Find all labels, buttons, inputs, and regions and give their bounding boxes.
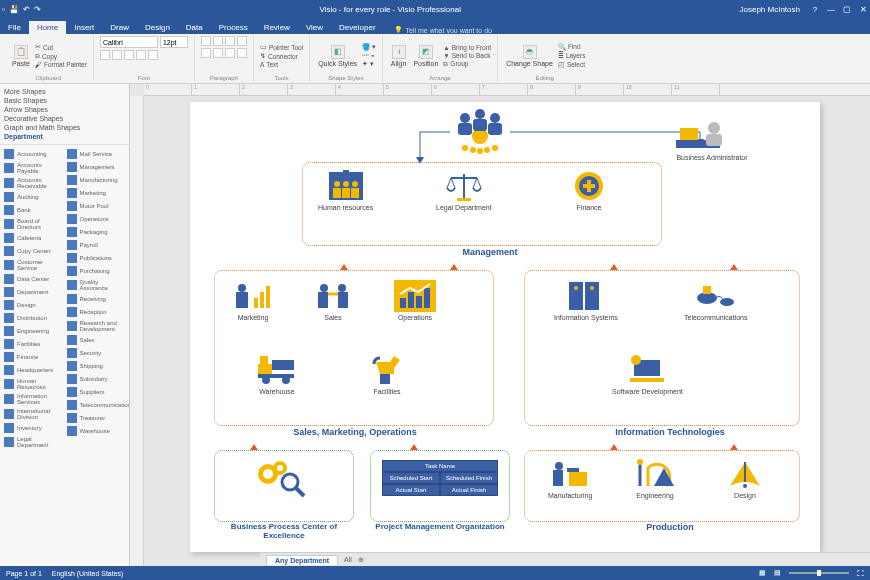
shape-item[interactable]: Department <box>4 285 63 298</box>
shape-item[interactable]: Motor Pool <box>67 199 126 212</box>
shape-item[interactable]: Customer Service <box>4 257 63 272</box>
align-left-button[interactable] <box>201 36 211 46</box>
send-back-button[interactable]: ▼ Send to Back <box>443 52 491 59</box>
text-tool-button[interactable]: A Text <box>260 61 303 68</box>
shape-item[interactable]: Operations <box>67 212 126 225</box>
select-button[interactable]: ◰ Select <box>558 61 586 69</box>
shape-item[interactable]: International Division <box>4 406 63 421</box>
shape-item[interactable]: Suppliers <box>67 385 126 398</box>
tab-design[interactable]: Design <box>137 21 178 34</box>
tab-review[interactable]: Review <box>256 21 298 34</box>
sheet-all[interactable]: All <box>344 556 352 563</box>
quick-styles-button[interactable]: ◧Quick Styles <box>316 44 359 68</box>
align-mid-button[interactable] <box>213 48 223 58</box>
indent-button[interactable] <box>237 48 247 58</box>
view-presentation-icon[interactable]: ▦ <box>759 569 766 577</box>
canvas[interactable]: 01234567891011 <box>130 84 870 566</box>
position-button[interactable]: ◩Position <box>411 44 440 68</box>
shape-item[interactable]: Data Center <box>4 272 63 285</box>
shape-item[interactable]: Design <box>4 298 63 311</box>
paste-button[interactable]: 📋Paste <box>10 44 32 68</box>
shape-item[interactable]: Payroll <box>67 238 126 251</box>
shape-item[interactable]: Copy Center <box>4 244 63 257</box>
align-bottom-button[interactable] <box>225 48 235 58</box>
shape-item[interactable]: Sales <box>67 333 126 346</box>
user-name[interactable]: Joseph McIntosh <box>740 5 800 14</box>
shape-item[interactable]: Legal Department <box>4 434 63 449</box>
shape-item[interactable]: Information Services <box>4 391 63 406</box>
shape-item[interactable]: Purchasing <box>67 264 126 277</box>
add-sheet-button[interactable]: ⊕ <box>358 556 364 564</box>
drawing-page[interactable]: Business Administrator Human resources L… <box>190 102 820 552</box>
save-icon[interactable]: 💾 <box>9 5 19 14</box>
shape-item[interactable]: Security <box>67 346 126 359</box>
shape-item[interactable]: Facilities <box>4 337 63 350</box>
tab-home[interactable]: Home <box>29 21 66 34</box>
zoom-slider[interactable] <box>789 572 849 574</box>
cat-more-shapes[interactable]: More Shapes <box>4 87 125 96</box>
shape-item[interactable]: Accounts Receivable <box>4 175 63 190</box>
strike-button[interactable] <box>136 50 146 60</box>
cat-decorative-shapes[interactable]: Decorative Shapes <box>4 114 125 123</box>
shape-item[interactable]: Accounting <box>4 147 63 160</box>
shape-item[interactable]: Shipping <box>67 359 126 372</box>
shape-item[interactable]: Marketing <box>67 186 126 199</box>
align-right-button[interactable] <box>225 36 235 46</box>
align-center-button[interactable] <box>213 36 223 46</box>
shape-item[interactable]: Publications <box>67 251 126 264</box>
tab-process[interactable]: Process <box>211 21 256 34</box>
shape-item[interactable]: Reception <box>67 305 126 318</box>
shape-item[interactable]: Management <box>67 160 126 173</box>
minimize-icon[interactable]: — <box>826 4 836 14</box>
shape-item[interactable]: Subsidiary <box>67 372 126 385</box>
shape-item[interactable]: Cafeteria <box>4 231 63 244</box>
tab-view[interactable]: View <box>298 21 331 34</box>
maximize-icon[interactable]: ▢ <box>842 4 852 14</box>
underline-button[interactable] <box>124 50 134 60</box>
tab-insert[interactable]: Insert <box>66 21 102 34</box>
cat-basic-shapes[interactable]: Basic Shapes <box>4 96 125 105</box>
tab-file[interactable]: File <box>0 21 29 34</box>
shape-item[interactable]: Accounts Payable <box>4 160 63 175</box>
italic-button[interactable] <box>112 50 122 60</box>
change-shape-button[interactable]: ◓Change Shape <box>504 44 555 68</box>
line-button[interactable]: 〰 ▾ <box>362 52 376 59</box>
shape-item[interactable]: Auditing <box>4 190 63 203</box>
fill-button[interactable]: 🪣 ▾ <box>362 43 376 51</box>
format-painter-button[interactable]: 🖌 Format Painter <box>35 61 87 68</box>
shape-item[interactable]: Treasurer <box>67 411 126 424</box>
shape-item[interactable]: Telecommunications <box>67 398 126 411</box>
cat-department[interactable]: Department <box>4 132 125 141</box>
find-button[interactable]: 🔍 Find <box>558 43 586 51</box>
shape-item[interactable]: Warehouse <box>67 424 126 437</box>
fit-page-icon[interactable]: ⛶ <box>857 570 864 577</box>
tab-draw[interactable]: Draw <box>102 21 137 34</box>
align-top-button[interactable] <box>201 48 211 58</box>
cat-arrow-shapes[interactable]: Arrow Shapes <box>4 105 125 114</box>
shape-item[interactable]: Receiving <box>67 292 126 305</box>
shape-item[interactable]: Board of Directors <box>4 216 63 231</box>
shape-item[interactable]: Manufacturing <box>67 173 126 186</box>
redo-icon[interactable]: ↷ <box>34 5 41 14</box>
view-normal-icon[interactable]: ▤ <box>774 569 781 577</box>
cut-button[interactable]: ✂ Cut <box>35 43 87 51</box>
shape-item[interactable]: Human Resources <box>4 376 63 391</box>
font-color-button[interactable] <box>148 50 158 60</box>
undo-icon[interactable]: ↶ <box>23 5 30 14</box>
pointer-tool-button[interactable]: ▭ Pointer Tool <box>260 43 303 51</box>
shape-item[interactable]: Finance <box>4 350 63 363</box>
close-icon[interactable]: ✕ <box>858 4 868 14</box>
bring-front-button[interactable]: ▲ Bring to Front <box>443 44 491 51</box>
font-name-select[interactable]: Calibri <box>100 36 158 48</box>
effects-button[interactable]: ✦ ▾ <box>362 60 376 68</box>
shape-item[interactable]: Inventory <box>4 421 63 434</box>
shape-item[interactable]: Quality Assurance <box>67 277 126 292</box>
copy-button[interactable]: ⧉ Copy <box>35 52 87 60</box>
layers-button[interactable]: ≣ Layers <box>558 52 586 60</box>
shape-item[interactable]: Headquarters <box>4 363 63 376</box>
shape-item[interactable]: Mail Service <box>67 147 126 160</box>
cat-graph-math-shapes[interactable]: Graph and Math Shapes <box>4 123 125 132</box>
connector-button[interactable]: ↯ Connector <box>260 52 303 60</box>
bullets-button[interactable] <box>237 36 247 46</box>
shape-item[interactable]: Engineering <box>4 324 63 337</box>
